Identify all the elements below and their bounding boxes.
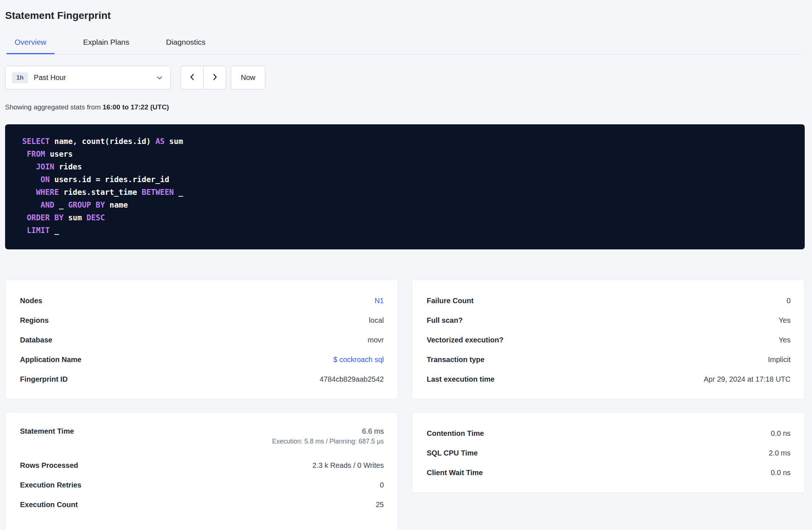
- card-row: Application Name$ cockroach sql: [20, 350, 384, 369]
- chevron-down-icon: [155, 73, 164, 82]
- row-label: Application Name: [20, 356, 81, 364]
- interval-badge: 1h: [12, 72, 28, 83]
- summary-card-wait-times: Contention Time0.0 nsSQL CPU Time2.0 msC…: [412, 412, 805, 493]
- now-button[interactable]: Now: [231, 66, 265, 89]
- range-step-buttons: [181, 66, 226, 89]
- tab-overview[interactable]: Overview: [7, 31, 55, 54]
- card-row: Contention Time0.0 ns: [427, 423, 791, 443]
- row-value: Apr 29, 2024 at 17:18 UTC: [704, 375, 791, 384]
- chevron-left-icon: [188, 72, 197, 83]
- sql-line: WHERE rides.start_time BETWEEN _: [22, 186, 790, 199]
- row-subtext: Execution: 5.8 ms / Planning: 687.5 µs: [272, 438, 384, 445]
- card-row: Fingerprint ID4784cb829aab2542: [20, 369, 384, 389]
- card-row: Last execution timeApr 29, 2024 at 17:18…: [427, 369, 791, 389]
- row-label: Contention Time: [427, 429, 484, 438]
- row-value: Yes: [779, 336, 791, 344]
- row-value: 4784cb829aab2542: [319, 375, 384, 384]
- sql-line: LIMIT _: [22, 224, 790, 237]
- summary-card-details: NodesN1RegionslocalDatabasemovrApplicati…: [5, 280, 398, 399]
- chevron-right-icon: [210, 72, 220, 83]
- row-value: 2.3 k Reads / 0 Writes: [313, 461, 384, 470]
- sql-line: FROM users: [22, 148, 790, 161]
- sql-line: ON users.id = rides.rider_id: [22, 173, 790, 186]
- row-label: Last execution time: [427, 375, 495, 384]
- next-range-button[interactable]: [203, 66, 226, 89]
- card-row: Databasemovr: [20, 330, 384, 350]
- tab-bar: OverviewExplain PlansDiagnostics: [5, 31, 805, 55]
- card-row: Execution Count25: [20, 495, 384, 514]
- row-value: 0: [787, 297, 791, 305]
- sql-line: JOIN rides: [22, 161, 790, 173]
- row-label: Failure Count: [427, 297, 474, 305]
- row-label: Database: [20, 336, 52, 344]
- row-label: Vectorized execution?: [427, 336, 503, 344]
- sql-statement-box: SELECT name, count(rides.id) AS sum FROM…: [5, 124, 805, 249]
- row-value: Implicit: [768, 356, 791, 364]
- row-label: SQL CPU Time: [427, 449, 478, 457]
- row-value: 0.0 ns: [771, 429, 791, 438]
- tab-explain-plans[interactable]: Explain Plans: [75, 31, 137, 54]
- card-row: Execution Retries0: [20, 475, 384, 495]
- time-range-toolbar: 1h Past Hour Now: [5, 66, 805, 89]
- card-row: Vectorized execution?Yes: [427, 330, 791, 350]
- sql-line: ORDER BY sum DESC: [22, 212, 790, 224]
- page-title: Statement Fingerprint: [5, 9, 805, 22]
- card-row: Transaction typeImplicit: [427, 350, 791, 369]
- sql-line: AND _ GROUP BY name: [22, 199, 790, 212]
- row-label: Execution Retries: [20, 481, 81, 489]
- row-value: Yes: [779, 316, 791, 325]
- summary-cards: NodesN1RegionslocalDatabasemovrApplicati…: [5, 280, 805, 530]
- row-label: Transaction type: [427, 356, 485, 364]
- row-label: Nodes: [20, 297, 42, 305]
- row-value: movr: [368, 336, 384, 344]
- sql-code: SELECT name, count(rides.id) AS sum FROM…: [22, 135, 790, 237]
- card-row: Client Wait Time0.0 ns: [427, 463, 791, 482]
- card-row: Full scan?Yes: [427, 310, 791, 330]
- card-row: Statement Time6.6 msExecution: 5.8 ms / …: [20, 423, 384, 455]
- card-row: Regionslocal: [20, 310, 384, 330]
- page-container: Statement Fingerprint OverviewExplain Pl…: [5, 0, 805, 530]
- card-row: Rows Processed2.3 k Reads / 0 Writes: [20, 455, 384, 475]
- card-row: Failure Count0: [427, 291, 791, 310]
- aggregated-stats-line: Showing aggregated stats from 16:00 to 1…: [5, 103, 805, 112]
- summary-card-execution-attributes: Failure Count0Full scan?YesVectorized ex…: [412, 280, 805, 399]
- row-value: 6.6 ms: [362, 427, 384, 435]
- row-label: Regions: [20, 316, 49, 325]
- row-label: Rows Processed: [20, 461, 78, 470]
- row-value: local: [369, 316, 384, 325]
- time-range-dropdown[interactable]: 1h Past Hour: [5, 66, 171, 89]
- tab-diagnostics[interactable]: Diagnostics: [158, 31, 214, 54]
- row-label: Statement Time: [20, 427, 74, 435]
- card-row: SQL CPU Time2.0 ms: [427, 443, 791, 463]
- summary-card-statement-times: Statement Time6.6 msExecution: 5.8 ms / …: [5, 412, 398, 530]
- row-label: Execution Count: [20, 501, 78, 509]
- prev-range-button[interactable]: [181, 66, 204, 89]
- row-label: Fingerprint ID: [20, 375, 68, 384]
- row-value: 25: [376, 501, 384, 509]
- card-row: NodesN1: [20, 291, 384, 310]
- row-value-link[interactable]: $ cockroach sql: [333, 356, 384, 364]
- row-value: 2.0 ms: [769, 449, 791, 457]
- row-value: 0.0 ns: [771, 469, 791, 477]
- sql-line: SELECT name, count(rides.id) AS sum: [22, 135, 790, 148]
- stats-line-range: 16:00 to 17:22 (UTC): [102, 103, 169, 111]
- row-label: Full scan?: [427, 316, 463, 325]
- row-value-link[interactable]: N1: [374, 297, 384, 305]
- range-label: Past Hour: [34, 73, 155, 82]
- row-label: Client Wait Time: [427, 469, 483, 477]
- stats-line-prefix: Showing aggregated stats from: [5, 103, 102, 111]
- row-value: 0: [380, 481, 384, 489]
